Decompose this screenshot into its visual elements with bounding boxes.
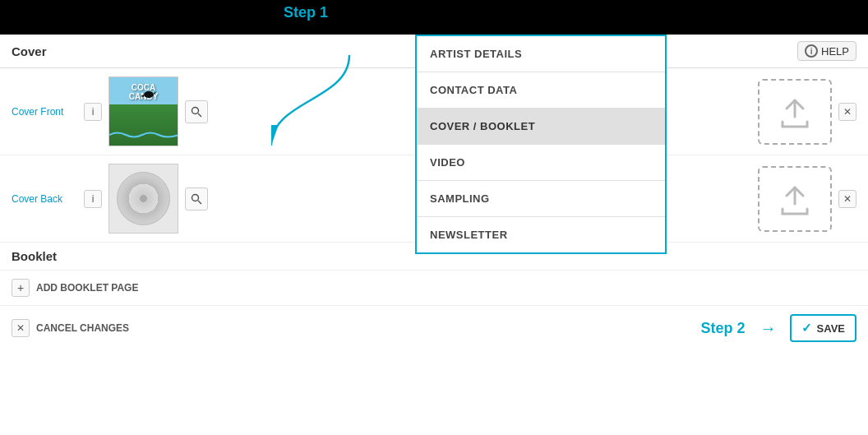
cover-back-remove-button[interactable]: ✕ (838, 190, 856, 208)
disc-icon (117, 172, 170, 225)
save-label: SAVE (817, 322, 845, 335)
section-title: Cover (12, 44, 47, 58)
step2-arrow-icon: → (760, 319, 777, 338)
add-booklet-plus-icon: + (12, 279, 30, 297)
add-booklet-row[interactable]: + ADD BOOKLET PAGE (0, 271, 868, 306)
add-booklet-label: ADD BOOKLET PAGE (36, 282, 138, 294)
step2-annotation: Step 2 (701, 320, 746, 337)
info-icon: i (92, 106, 95, 118)
cover-front-search-button[interactable] (185, 100, 208, 123)
cover-front-remove-button[interactable]: ✕ (838, 103, 856, 121)
cover-back-thumbnail (108, 164, 178, 234)
dropdown-item-video[interactable]: VIDEO (417, 145, 665, 181)
dropdown-item-newsletter[interactable]: NEWSLETTER (417, 217, 665, 252)
booklet-title: Booklet (12, 249, 57, 263)
search-icon (191, 106, 202, 118)
svg-marker-2 (154, 91, 157, 95)
cancel-x-button[interactable]: ✕ (12, 319, 30, 337)
search-icon (191, 193, 202, 205)
svg-line-7 (198, 201, 201, 204)
help-button[interactable]: i HELP (797, 41, 856, 61)
cover-back-label: Cover Back (12, 193, 77, 205)
svg-point-4 (192, 107, 199, 113)
cover-front-label: Cover Front (12, 106, 77, 118)
upload-icon (774, 94, 815, 130)
step1-label: Step 1 (284, 4, 328, 21)
cover-back-search-button[interactable] (185, 187, 208, 211)
dropdown-item-cover-booklet[interactable]: COVER / BOOKLET (417, 109, 665, 145)
footer-row: ✕ CANCEL CHANGES Step 2 → ✓ SAVE (0, 306, 868, 350)
cover-back-image (109, 164, 178, 234)
cancel-label: CANCEL CHANGES (36, 322, 129, 334)
info-icon: i (92, 193, 95, 205)
svg-marker-3 (141, 95, 144, 97)
cover-front-upload-area[interactable] (758, 79, 832, 145)
navigation-dropdown: ARTIST DETAILS CONTACT DATA COVER / BOOK… (415, 35, 667, 254)
help-label: HELP (821, 45, 849, 58)
cover-front-image: COCACANDY (109, 76, 178, 146)
svg-point-6 (192, 194, 199, 201)
top-bar (0, 0, 868, 35)
cover-front-info-button[interactable]: i (84, 103, 102, 121)
svg-line-5 (198, 113, 201, 117)
wave-icon (109, 127, 178, 143)
dropdown-item-contact-data[interactable]: CONTACT DATA (417, 72, 665, 109)
dropdown-item-sampling[interactable]: SAMPLING (417, 181, 665, 217)
dropdown-item-artist-details[interactable]: ARTIST DETAILS (417, 36, 665, 72)
save-button[interactable]: ✓ SAVE (790, 314, 856, 342)
check-icon: ✓ (801, 321, 812, 336)
step1-annotation: Step 1 (284, 4, 328, 21)
upload-icon (774, 181, 815, 217)
cover-back-upload-area[interactable] (758, 166, 832, 232)
cover-front-thumbnail: COCACANDY (108, 76, 178, 146)
cover-back-info-button[interactable]: i (84, 190, 102, 208)
info-icon: i (805, 44, 818, 58)
bird-icon (141, 88, 157, 101)
svg-point-1 (144, 91, 154, 98)
